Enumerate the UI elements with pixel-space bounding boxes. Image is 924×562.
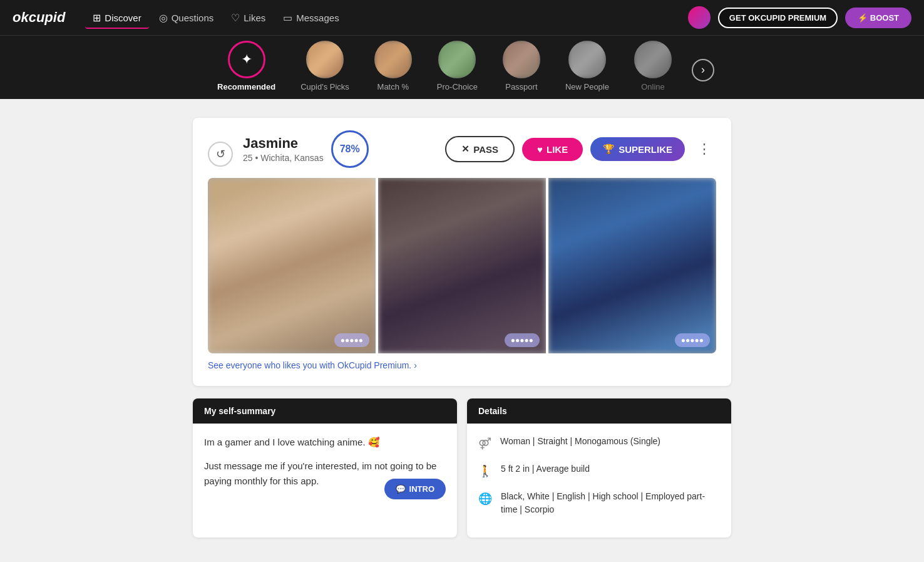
bio-section: My self-summary Im a gamer and I love wa… [193,398,731,538]
premium-teaser: See everyone who likes you with OkCupid … [208,353,716,373]
new-people-label: New People [565,82,609,91]
height-icon: 🚶 [478,463,492,480]
globe-icon: 🌐 [478,491,492,507]
new-people-thumb [568,41,606,78]
category-match[interactable]: Match % [367,41,419,99]
undo-button[interactable]: ↺ [208,142,233,167]
nav-items: ⊞ Discover ◎ Questions ♡ Likes ▭ Message… [85,7,673,29]
like-button[interactable]: ♥ LIKE [522,138,583,161]
photo-3[interactable]: ●●●●● [548,178,716,353]
detail-row-gender: ⚤ Woman | Straight | Monogamous (Single) [478,435,720,452]
top-navigation: okcupid ⊞ Discover ◎ Questions ♡ Likes ▭… [0,0,924,35]
premium-teaser-link[interactable]: See everyone who likes you with OkCupid … [208,360,417,370]
passport-thumb [503,41,540,78]
match-label: Match % [377,82,409,91]
main-content: ↺ Jasmine 25 • Wichita, Kansas 78% ✕ PAS… [180,118,744,538]
discover-icon: ⊞ [93,12,101,24]
category-recommended[interactable]: ✦ Recommended [210,41,283,99]
categories-next-button[interactable]: › [692,59,714,81]
pro-choice-label: Pro-Choice [437,82,478,91]
pro-choice-thumb [438,41,476,78]
boost-button[interactable]: ⚡ BOOST [845,8,911,28]
photo-2[interactable]: ●●●●● [378,178,546,353]
online-label: Online [641,82,665,91]
heart-burst-icon: ✦ [241,51,252,68]
details-header: Details [467,398,731,424]
recommended-label: Recommended [217,82,275,91]
more-options-button[interactable]: ⋮ [692,138,716,160]
photos-grid: ●●●●● ●●●●● ●●●●● [208,178,716,353]
online-thumb [634,41,672,78]
details-card: Details ⚤ Woman | Straight | Monogamous … [467,398,731,538]
nav-discover[interactable]: ⊞ Discover [85,7,148,29]
match-percent-circle: 78% [331,130,369,168]
photo-tag-3: ●●●●● [675,333,710,347]
self-summary-body: Im a gamer and I love watching anime. 🥰 … [193,424,457,500]
category-pro-choice[interactable]: Pro-Choice [429,41,485,99]
logo[interactable]: okcupid [13,9,65,26]
match-thumb [374,41,412,78]
photo-1[interactable]: ●●●●● [208,178,376,353]
cupids-picks-label: Cupid's Picks [300,82,349,91]
category-online[interactable]: Online [627,41,679,99]
questions-icon: ◎ [159,12,168,24]
pass-button[interactable]: ✕ PASS [445,136,515,162]
category-bar: ✦ Recommended Cupid's Picks Match % Pro-… [0,35,924,99]
photo-tag-1: ●●●●● [334,333,369,347]
intro-button[interactable]: 💬 INTRO [384,479,446,499]
self-summary-header: My self-summary [193,398,457,424]
category-passport[interactable]: Passport [495,41,548,99]
photo-tag-2: ●●●●● [505,333,540,347]
messages-icon: ▭ [283,12,292,24]
profile-info: Jasmine 25 • Wichita, Kansas [243,135,324,163]
profile-top-row: ↺ Jasmine 25 • Wichita, Kansas 78% ✕ PAS… [208,130,716,168]
bio-text-1: Im a gamer and I love watching anime. 🥰 [204,435,446,450]
passport-label: Passport [505,82,537,91]
x-icon: ✕ [461,143,470,155]
profile-card: ↺ Jasmine 25 • Wichita, Kansas 78% ✕ PAS… [193,118,731,386]
detail-row-height: 🚶 5 ft 2 in | Average build [478,462,720,480]
premium-button[interactable]: GET OKCUPID PREMIUM [718,8,838,28]
action-buttons: ✕ PASS ♥ LIKE 🏆 SUPERLIKE ⋮ [445,136,716,162]
user-avatar[interactable] [688,6,711,29]
profile-name: Jasmine [243,135,324,152]
bio-text-2: Just message me if you're interested, im… [204,459,446,489]
detail-row-background: 🌐 Black, White | English | High school |… [478,490,720,516]
heart-icon: ♥ [537,144,543,155]
nav-right: GET OKCUPID PREMIUM ⚡ BOOST [688,6,911,29]
category-new-people[interactable]: New People [558,41,617,99]
nav-likes[interactable]: ♡ Likes [223,7,273,29]
details-body: ⚤ Woman | Straight | Monogamous (Single)… [467,424,731,538]
superlike-button[interactable]: 🏆 SUPERLIKE [590,137,685,161]
category-cupids-picks[interactable]: Cupid's Picks [293,41,357,99]
nav-messages[interactable]: ▭ Messages [275,7,346,29]
nav-questions[interactable]: ◎ Questions [151,7,222,29]
profile-age-location: 25 • Wichita, Kansas [243,153,324,163]
gender-icon: ⚤ [478,435,491,452]
recommended-thumb: ✦ [228,41,265,78]
cupids-picks-thumb [306,41,344,78]
chat-icon: 💬 [396,484,406,494]
superlike-icon: 🏆 [603,143,615,155]
likes-icon: ♡ [231,12,240,24]
self-summary-card: My self-summary Im a gamer and I love wa… [193,398,457,538]
